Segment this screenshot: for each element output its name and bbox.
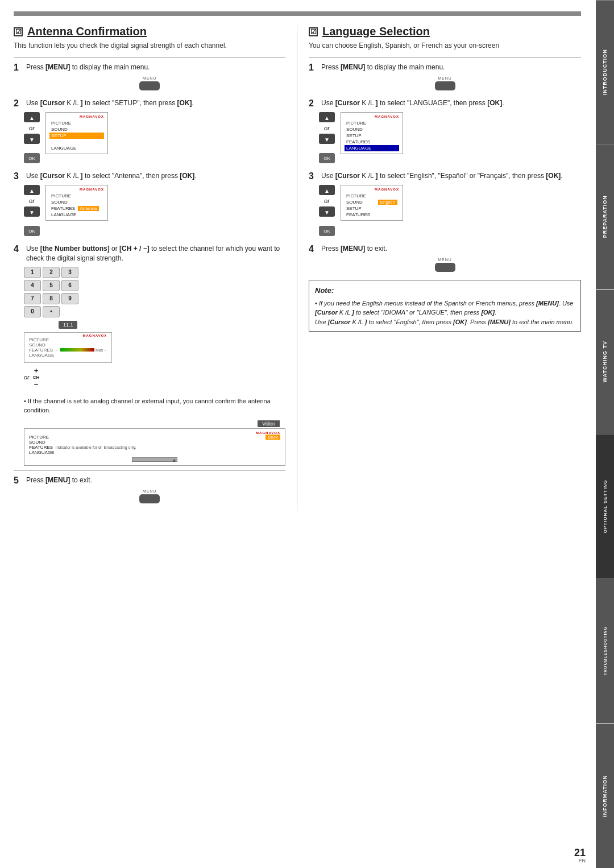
antenna-title-text: Antenna Confirmation bbox=[27, 25, 147, 38]
lang-step-3-text: Use [Cursor K /L ] to select "English", … bbox=[321, 171, 563, 181]
step-num-5: 5 bbox=[14, 476, 23, 486]
lang-menu-button-1: MENU bbox=[309, 76, 581, 90]
antenna-bullet: If the channel is set to analog channel … bbox=[24, 396, 285, 415]
tab-information: INFORMATION bbox=[596, 724, 614, 868]
note-title: Note: bbox=[315, 285, 575, 296]
step-4-text: Use [the Number buttons] or [CH + / −] t… bbox=[26, 244, 285, 263]
num-6: 6 bbox=[61, 280, 78, 291]
tab-introduction: INTRODUCTION bbox=[596, 0, 614, 144]
step-3-text: Use [Cursor K /L ] to select "Antenna", … bbox=[26, 171, 197, 181]
lang-remote-2: or OK bbox=[319, 112, 335, 163]
step-num-2: 2 bbox=[14, 98, 23, 109]
language-step-4: 4 Press [MENU] to exit. MENU bbox=[309, 244, 581, 272]
lang-down-btn bbox=[319, 134, 335, 144]
lang-step-4-text: Press [MENU] to exit. bbox=[321, 244, 387, 254]
ch-block: or + CH − bbox=[24, 366, 285, 388]
num-4: 4 bbox=[24, 280, 41, 291]
num-5: 5 bbox=[43, 280, 60, 291]
up-btn bbox=[24, 112, 40, 122]
lang-or-3: or bbox=[324, 197, 330, 205]
lang-remote-3: or OK bbox=[319, 185, 335, 236]
down-btn bbox=[24, 134, 40, 144]
page-lang: EN bbox=[578, 858, 586, 863]
channel-number: 11.1 bbox=[59, 321, 78, 329]
lang-or-2: or bbox=[324, 124, 330, 132]
language-step-1: 1 Press [MENU] to display the main menu.… bbox=[309, 63, 581, 90]
antenna-step-1: 1 Press [MENU] to display the main menu.… bbox=[14, 63, 285, 90]
tab-optional: OPTIONAL SETTING bbox=[596, 434, 614, 578]
antenna-confirmation-section: ☑ Antenna Confirmation This function let… bbox=[14, 25, 297, 511]
language-step-3: 3 Use [Cursor K /L ] to select "English"… bbox=[309, 171, 581, 236]
checkbox-icon: ☑ bbox=[14, 27, 23, 36]
lang-step-num-3: 3 bbox=[309, 171, 318, 181]
up-btn-3 bbox=[24, 185, 40, 195]
lang-down-btn-3 bbox=[319, 206, 335, 217]
language-step2-illustration: or OK MAGNAVOX PICTURE SOUND SETUP FEATU… bbox=[319, 112, 581, 163]
ok-btn-3: OK bbox=[24, 226, 40, 236]
step-1-text: Press [MENU] to display the main menu. bbox=[26, 63, 150, 72]
num-3: 3 bbox=[61, 267, 78, 278]
language-menu-display: MAGNAVOX PICTURE SOUND SETUP FEATURES LA… bbox=[341, 112, 403, 154]
checkbox-icon-lang: ☑ bbox=[309, 27, 318, 36]
lang-step-2-text: Use [Cursor K /L ] to select "LANGUAGE",… bbox=[321, 98, 504, 108]
top-bar bbox=[14, 11, 581, 16]
tab-watching: WATCHING TV bbox=[596, 290, 614, 434]
ch-label: CH bbox=[33, 375, 40, 380]
antenna-step3-illustration: or OK MAGNAVOX PICTURE SOUND FEATURES An… bbox=[24, 185, 285, 236]
language-title-text: Language Selection bbox=[322, 25, 430, 38]
step-num-4: 4 bbox=[14, 244, 23, 254]
tab-preparation: PREPARATION bbox=[596, 144, 614, 289]
num-1: 1 bbox=[24, 267, 41, 278]
down-btn-3 bbox=[24, 206, 40, 217]
antenna-step4-illustration: 11.1 MAGNAVOX PICTURE SOUND FEATURES ← M… bbox=[24, 321, 285, 363]
language-step-2: 2 Use [Cursor K /L ] to select "LANGUAGE… bbox=[309, 98, 581, 163]
num-9: 9 bbox=[61, 293, 78, 304]
page-number: 21 bbox=[574, 847, 586, 859]
language-selection-section: ☑ Language Selection You can choose Engl… bbox=[297, 25, 581, 511]
remote-block-3: or OK bbox=[24, 185, 40, 236]
signal-bar bbox=[60, 348, 94, 352]
main-content: ☑ Antenna Confirmation This function let… bbox=[0, 0, 595, 523]
step-num-3: 3 bbox=[14, 171, 23, 181]
note-text-1: • If you need the English menus instead … bbox=[315, 299, 575, 327]
antenna-step-3: 3 Use [Cursor K /L ] to select "Antenna"… bbox=[14, 171, 285, 236]
setup-menu-display: MAGNAVOX PICTURE SOUND SETUP . LANGUAGE bbox=[45, 112, 108, 154]
lang-step-num-1: 1 bbox=[309, 63, 318, 73]
menu-button-1: MENU bbox=[14, 76, 285, 90]
menu-button-5: MENU bbox=[14, 489, 285, 503]
num-0: 0 bbox=[24, 306, 41, 317]
step-2-text: Use [Cursor K /L ] to select "SETUP", th… bbox=[26, 98, 194, 108]
num-dot: • bbox=[43, 306, 60, 317]
lang-ok-btn: OK bbox=[319, 153, 335, 163]
lang-ok-btn-3: OK bbox=[319, 226, 335, 236]
lang-step-1-text: Press [MENU] to display the main menu. bbox=[321, 63, 445, 72]
antenna-step-2: 2 Use [Cursor K /L ] to select "SETUP", … bbox=[14, 98, 285, 163]
or-label-3: or bbox=[29, 197, 35, 205]
language-step3-illustration: or OK MAGNAVOX PICTURE SOUND English SET… bbox=[319, 185, 581, 236]
lang-up-btn bbox=[319, 112, 335, 122]
lang-menu-button-4: MENU bbox=[309, 258, 581, 272]
antenna-intro: This function lets you check the digital… bbox=[14, 42, 285, 49]
lang-step-num-4: 4 bbox=[309, 244, 318, 254]
step-num-1: 1 bbox=[14, 63, 23, 73]
english-menu-display: MAGNAVOX PICTURE SOUND English SETUP FEA… bbox=[341, 185, 403, 221]
or-label: or bbox=[29, 124, 35, 132]
num-7: 7 bbox=[24, 293, 41, 304]
english-selected: English bbox=[378, 200, 397, 205]
number-buttons: 1 2 3 4 5 6 7 8 9 0 • bbox=[24, 267, 285, 317]
video-menu-display: MAGNAVOX PICTURE Back SOUND FEATURES Ind… bbox=[24, 428, 285, 466]
video-section: Video MAGNAVOX PICTURE Back SOUND FEATUR… bbox=[24, 419, 285, 466]
num-2: 2 bbox=[43, 267, 60, 278]
antenna-step-4: 4 Use [the Number buttons] or [CH + / −]… bbox=[14, 244, 285, 388]
tab-troubleshooting: TROUBLESHOOTING bbox=[596, 578, 614, 723]
step-5-text: Press [MENU] to exit. bbox=[26, 476, 92, 485]
remote-block-2: or OK bbox=[24, 112, 40, 163]
ok-btn: OK bbox=[24, 153, 40, 163]
lang-up-btn-3 bbox=[319, 185, 335, 195]
plus-sign: + bbox=[34, 366, 39, 375]
antenna-title: ☑ Antenna Confirmation bbox=[14, 25, 285, 38]
num-8: 8 bbox=[43, 293, 60, 304]
antenna-menu-display: MAGNAVOX PICTURE SOUND FEATURES Antenna … bbox=[45, 185, 108, 221]
video-label: Video bbox=[258, 420, 280, 427]
note-box: Note: • If you need the English menus in… bbox=[309, 280, 581, 332]
